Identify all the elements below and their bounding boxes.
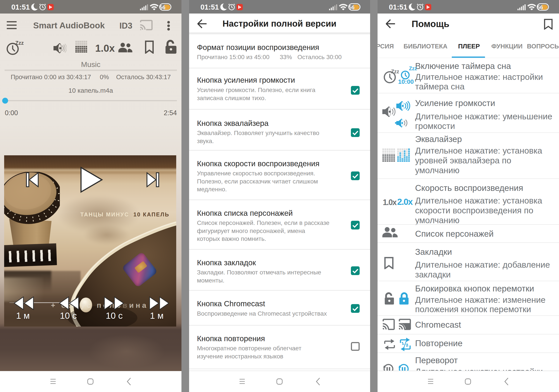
svg-text:Zzz: Zzz [391,69,399,74]
svg-text:56: 56 [537,4,543,10]
svg-text:10:00: 10:00 [398,78,414,84]
svg-text:Zzz: Zzz [409,66,417,71]
